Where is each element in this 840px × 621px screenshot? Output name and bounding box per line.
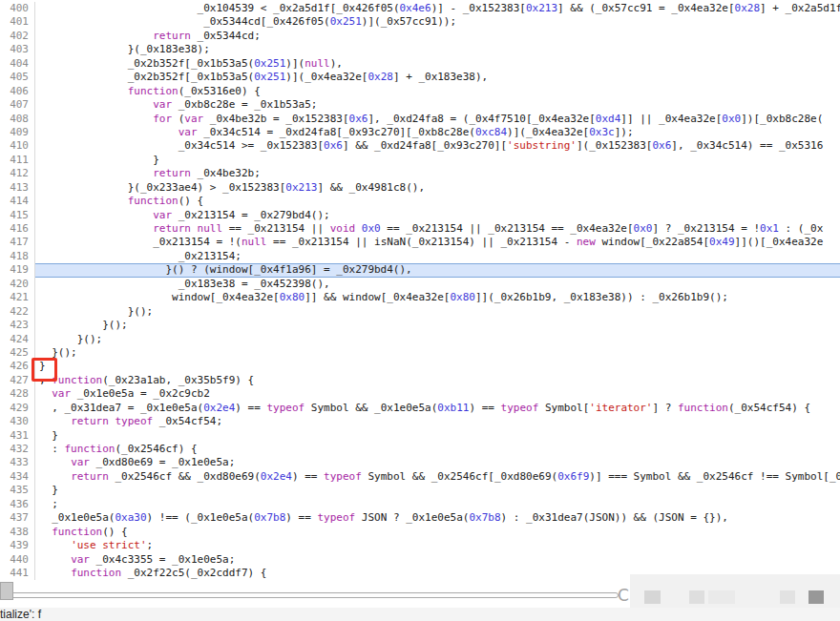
- line-number[interactable]: 417: [0, 236, 35, 249]
- line-number[interactable]: 426: [0, 360, 35, 373]
- code-line[interactable]: 407 var _0xb8c28e = _0x1b53a5;: [0, 98, 840, 112]
- code-line[interactable]: 424 }();: [0, 333, 840, 346]
- line-number[interactable]: 422: [0, 305, 35, 319]
- code-line[interactable]: 408 for (var _0x4be32b = _0x152383[0x6],…: [0, 113, 840, 126]
- code-text: _0x104539 < _0x2a5d1f[_0x426f05(0x4e6)] …: [35, 2, 840, 15]
- code-line[interactable]: 426}: [0, 360, 840, 373]
- line-number[interactable]: 401: [0, 15, 35, 29]
- line-number[interactable]: 406: [0, 85, 35, 98]
- code-line[interactable]: 437 _0x1e0e5a(0xa30) !== (_0x1e0e5a(0x7b…: [0, 511, 840, 525]
- code-line[interactable]: 432 : function(_0x2546cf) {: [0, 443, 840, 456]
- line-number[interactable]: 432: [0, 443, 35, 456]
- line-number[interactable]: 429: [0, 402, 35, 415]
- code-text: _0x5344cd[_0x426f05(0x251)](_0x57cc91));: [35, 15, 840, 29]
- code-line[interactable]: 436 ;: [0, 498, 840, 511]
- line-number[interactable]: 437: [0, 511, 35, 525]
- code-line[interactable]: 435 }: [0, 484, 840, 497]
- code-line[interactable]: 405 _0x2b352f[_0x1b53a5(0x251)](_0x4ea32…: [0, 71, 840, 84]
- code-line[interactable]: 418 _0x213154;: [0, 250, 840, 263]
- line-number[interactable]: 414: [0, 195, 35, 208]
- code-line[interactable]: 430 return typeof _0x54cf54;: [0, 415, 840, 428]
- scrollbar-track[interactable]: [2, 592, 619, 598]
- code-line[interactable]: 425 }();: [0, 346, 840, 360]
- code-line[interactable]: 401 _0x5344cd[_0x426f05(0x251)](_0x57cc9…: [0, 15, 840, 29]
- line-number[interactable]: 440: [0, 553, 35, 567]
- line-number[interactable]: 403: [0, 43, 35, 56]
- code-line[interactable]: 422 }();: [0, 305, 840, 319]
- line-number[interactable]: 425: [0, 346, 35, 360]
- code-line[interactable]: 431 }: [0, 429, 840, 443]
- code-line[interactable]: 423 }();: [0, 319, 840, 332]
- line-number[interactable]: 419: [0, 263, 35, 277]
- line-number[interactable]: 438: [0, 526, 35, 539]
- code-line[interactable]: 433 var _0xd80e69 = _0x1e0e5a;: [0, 456, 840, 469]
- line-number[interactable]: 411: [0, 154, 35, 167]
- status-bar: tialize': f: [0, 608, 840, 621]
- line-number[interactable]: 427: [0, 374, 35, 387]
- code-text: var _0x213154 = _0x279bd4();: [35, 209, 840, 222]
- code-line[interactable]: 409 var _0x34c514 = _0xd24fa8[_0x93c270]…: [0, 126, 840, 139]
- code-line[interactable]: 428 var _0x1e0e5a = _0x2c9cb2: [0, 387, 840, 401]
- code-text: _0x1e0e5a(0xa30) !== (_0x1e0e5a(0x7b8) =…: [35, 511, 840, 525]
- line-number[interactable]: 410: [0, 139, 35, 153]
- line-number[interactable]: 402: [0, 30, 35, 43]
- line-number[interactable]: 441: [0, 567, 35, 580]
- code-text: return typeof _0x54cf54;: [35, 415, 840, 428]
- code-line[interactable]: 427, function(_0x23a1ab, _0x35b5f9) {: [0, 374, 840, 387]
- line-number[interactable]: 435: [0, 484, 35, 497]
- code-line[interactable]: 440 var _0x4c3355 = _0x1e0e5a;: [0, 553, 840, 567]
- line-number[interactable]: 423: [0, 319, 35, 332]
- line-number[interactable]: 409: [0, 126, 35, 139]
- code-line[interactable]: 411 }: [0, 154, 840, 167]
- code-line[interactable]: 420 _0x183e38 = _0x452398(),: [0, 278, 840, 291]
- line-number[interactable]: 412: [0, 167, 35, 180]
- line-number[interactable]: 407: [0, 98, 35, 112]
- line-number[interactable]: 439: [0, 539, 35, 552]
- code-line[interactable]: 414 function() {: [0, 195, 840, 208]
- code-text: }() ? (window[_0x4f1a96] = _0x279bd4(),: [35, 263, 840, 277]
- code-line[interactable]: 421 window[_0x4ea32e[0x80]] && window[_0…: [0, 291, 840, 304]
- line-number[interactable]: 436: [0, 498, 35, 511]
- line-number[interactable]: 424: [0, 333, 35, 346]
- line-number[interactable]: 404: [0, 57, 35, 71]
- code-line[interactable]: 402 return _0x5344cd;: [0, 30, 840, 43]
- scrollbar-thumb[interactable]: [0, 582, 13, 600]
- code-line[interactable]: 415 var _0x213154 = _0x279bd4();: [0, 209, 840, 222]
- code-text: }();: [35, 333, 840, 346]
- code-line[interactable]: 400 _0x104539 < _0x2a5d1f[_0x426f05(0x4e…: [0, 2, 840, 15]
- code-line[interactable]: 419 }() ? (window[_0x4f1a96] = _0x279bd4…: [0, 263, 840, 277]
- line-number[interactable]: 418: [0, 250, 35, 263]
- code-line[interactable]: 412 return _0x4be32b;: [0, 167, 840, 180]
- redacted-icon: [689, 590, 704, 604]
- line-number[interactable]: 400: [0, 2, 35, 15]
- code-line[interactable]: 434 return _0x2546cf && _0xd80e69(0x2e4)…: [0, 470, 840, 484]
- code-line[interactable]: 403 }(_0x183e38);: [0, 43, 840, 56]
- line-number[interactable]: 434: [0, 470, 35, 484]
- code-line[interactable]: 406 function(_0x5316e0) {: [0, 85, 840, 98]
- line-number[interactable]: 430: [0, 415, 35, 428]
- line-number[interactable]: 428: [0, 387, 35, 401]
- line-number[interactable]: 413: [0, 181, 35, 195]
- line-number[interactable]: 416: [0, 222, 35, 236]
- line-number[interactable]: 415: [0, 209, 35, 222]
- line-number[interactable]: 408: [0, 113, 35, 126]
- line-number[interactable]: 421: [0, 291, 35, 304]
- code-line[interactable]: 416 return null == _0x213154 || void 0x0…: [0, 222, 840, 236]
- code-line[interactable]: 438 function() {: [0, 526, 840, 539]
- code-line[interactable]: 439 'use strict';: [0, 539, 840, 552]
- code-line[interactable]: 404 _0x2b352f[_0x1b53a5(0x251)](null),: [0, 57, 840, 71]
- code-text: _0x213154 = !(null == _0x213154 || isNaN…: [35, 236, 840, 249]
- redacted-icon: [708, 590, 735, 604]
- code-line[interactable]: 413 }(_0x233ae4) > _0x152383[0x213] && _…: [0, 181, 840, 195]
- line-number[interactable]: 433: [0, 456, 35, 469]
- code-text: }();: [35, 346, 840, 360]
- code-text: var _0x4c3355 = _0x1e0e5a;: [35, 553, 840, 567]
- line-number[interactable]: 405: [0, 71, 35, 84]
- code-line[interactable]: 417 _0x213154 = !(null == _0x213154 || i…: [0, 236, 840, 249]
- line-number[interactable]: 420: [0, 278, 35, 291]
- code-line[interactable]: 410 _0x34c514 >= _0x152383[0x6] && _0xd2…: [0, 139, 840, 153]
- code-text: }: [35, 429, 840, 443]
- line-number[interactable]: 431: [0, 429, 35, 443]
- code-line[interactable]: 429 , _0x31dea7 = _0x1e0e5a(0x2e4) == ty…: [0, 402, 840, 415]
- code-text: _0x183e38 = _0x452398(),: [35, 278, 840, 291]
